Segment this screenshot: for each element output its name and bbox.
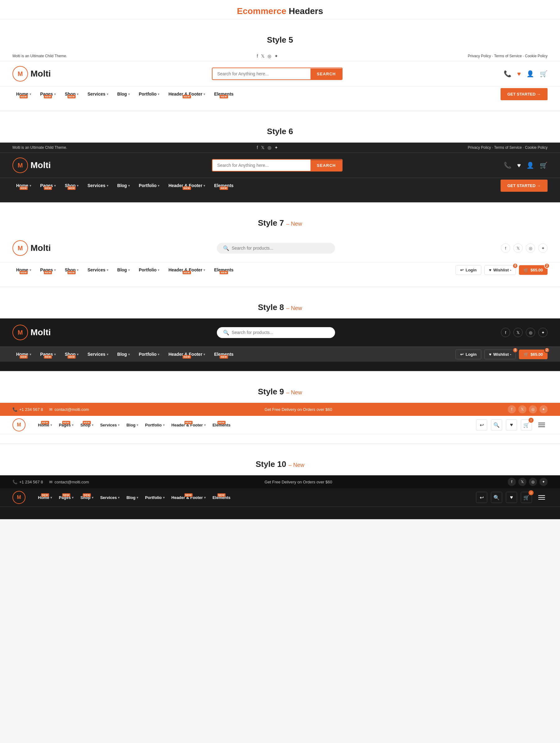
- nav7-blog[interactable]: Blog ▾: [113, 265, 134, 275]
- x-btn7[interactable]: 𝕏: [513, 244, 523, 253]
- x-icon[interactable]: 𝕏: [261, 53, 265, 58]
- cart-action10[interactable]: 🛒 2: [521, 492, 532, 503]
- wishlist-icon5[interactable]: ♥: [517, 70, 521, 78]
- login-btn8[interactable]: ↩ Login: [456, 350, 481, 359]
- nav5-pages[interactable]: Pages ▾NEW: [36, 89, 59, 99]
- cookie-link6[interactable]: Cookie Policy: [525, 145, 548, 150]
- nav9-portfolio[interactable]: Portfolio ▾: [142, 420, 168, 430]
- logo10[interactable]: M: [12, 491, 26, 504]
- phone-icon6[interactable]: 📞: [504, 162, 511, 169]
- ig-icon[interactable]: ◎: [268, 53, 271, 58]
- nav10-home[interactable]: Home ▾NEW: [35, 493, 55, 502]
- cart-btn8[interactable]: 🛒 $65.00 2: [519, 350, 548, 359]
- nav8-elements[interactable]: Elements NEW: [210, 349, 237, 359]
- nav10-services[interactable]: Services ▾: [97, 493, 123, 502]
- wishlist-action9[interactable]: ♥: [506, 419, 517, 431]
- nav7-home[interactable]: Home ▾NEW: [12, 265, 35, 275]
- nav6-portfolio[interactable]: Portfolio ▾: [135, 180, 163, 190]
- nav8-pages[interactable]: Pages ▾NEW: [36, 349, 59, 359]
- nav5-portfolio[interactable]: Portfolio ▾: [135, 89, 163, 99]
- search-action10[interactable]: 🔍: [491, 492, 502, 503]
- nav6-header-footer[interactable]: Header & Footer ▾NEW: [165, 180, 209, 190]
- x-icon6[interactable]: 𝕏: [261, 145, 265, 150]
- menu-icon10[interactable]: [536, 493, 548, 502]
- nav10-portfolio[interactable]: Portfolio ▾: [142, 493, 168, 502]
- nav9-blog[interactable]: Blog ▾: [123, 420, 141, 430]
- nav6-blog[interactable]: Blog ▾: [113, 180, 134, 190]
- terms-link[interactable]: Terms of Service: [494, 54, 522, 58]
- nav9-pages[interactable]: Pages ▾NEW: [56, 420, 77, 430]
- search-input7[interactable]: [232, 246, 329, 251]
- nav9-shop[interactable]: Shop ▾NEW: [77, 420, 96, 430]
- search-input5[interactable]: [213, 68, 311, 79]
- get-started-btn6[interactable]: GET STARTED →: [501, 180, 548, 192]
- logo7[interactable]: M Molti: [12, 240, 51, 256]
- search-input8[interactable]: [232, 330, 329, 335]
- nav7-portfolio[interactable]: Portfolio ▾: [135, 265, 163, 275]
- nav7-shop[interactable]: Shop ▾NEW: [61, 265, 82, 275]
- login-icon9[interactable]: ↩: [476, 419, 487, 431]
- account-icon6[interactable]: 👤: [526, 162, 534, 169]
- nav7-services[interactable]: Services ▾: [84, 265, 112, 275]
- account-icon5[interactable]: 👤: [526, 70, 534, 78]
- fb-icon6[interactable]: f: [256, 145, 258, 150]
- fb-btn7[interactable]: f: [501, 244, 510, 253]
- ig-btn7[interactable]: ◎: [526, 244, 535, 253]
- nav10-pages[interactable]: Pages ▾NEW: [56, 493, 77, 502]
- nav5-elements[interactable]: Elements NEW: [210, 89, 237, 99]
- wishlist-btn8[interactable]: ♥ Wishlist - 0: [484, 350, 516, 359]
- cart-icon6[interactable]: 🛒: [540, 162, 548, 169]
- phone-icon5[interactable]: 📞: [504, 70, 511, 78]
- login-icon10[interactable]: ↩: [476, 492, 487, 503]
- nav9-home[interactable]: Home ▾NEW: [35, 420, 55, 430]
- nav10-header-footer[interactable]: Header & Footer ▾NEW: [168, 493, 209, 502]
- nav5-shop[interactable]: Shop ▾NEW: [61, 89, 82, 99]
- x-btn9[interactable]: 𝕏: [518, 405, 526, 413]
- nav6-pages[interactable]: Pages ▾NEW: [36, 180, 59, 190]
- nav9-elements[interactable]: Elements NEW: [209, 420, 234, 430]
- nav6-elements[interactable]: Elements NEW: [210, 180, 237, 190]
- nav5-home[interactable]: Home ▾NEW: [12, 89, 35, 99]
- nav8-blog[interactable]: Blog ▾: [113, 349, 134, 359]
- fb-icon[interactable]: f: [256, 53, 258, 58]
- cookie-link[interactable]: Cookie Policy: [525, 54, 548, 58]
- nav8-shop[interactable]: Shop ▾NEW: [61, 349, 82, 359]
- get-started-btn5[interactable]: GET STARTED →: [501, 88, 548, 100]
- nav6-home[interactable]: Home ▾NEW: [12, 180, 35, 190]
- nav9-services[interactable]: Services ▾: [97, 420, 123, 430]
- nav7-header-footer[interactable]: Header & Footer ▾NEW: [165, 265, 209, 275]
- search-btn5[interactable]: SEARCH: [311, 69, 342, 79]
- web-icon[interactable]: ✦: [274, 53, 278, 58]
- search-action9[interactable]: 🔍: [491, 419, 502, 431]
- search-btn6[interactable]: SEARCH: [311, 160, 342, 171]
- ig-btn8[interactable]: ◎: [526, 328, 535, 337]
- nav5-header-footer[interactable]: Header & Footer ▾NEW: [165, 89, 209, 99]
- privacy-link[interactable]: Privacy Policy: [468, 54, 491, 58]
- nav5-blog[interactable]: Blog ▾: [113, 89, 134, 99]
- web-icon6[interactable]: ✦: [274, 145, 278, 150]
- nav10-blog[interactable]: Blog ▾: [123, 493, 141, 502]
- wishlist-action10[interactable]: ♥: [506, 492, 517, 503]
- cart-btn7[interactable]: 🛒 $65.00 2: [519, 265, 548, 275]
- web-btn7[interactable]: ✦: [538, 244, 548, 253]
- x-btn8[interactable]: 𝕏: [513, 328, 523, 337]
- logo6[interactable]: M Molti: [12, 158, 51, 173]
- fb-btn10[interactable]: f: [508, 478, 516, 486]
- nav6-services[interactable]: Services ▾: [84, 180, 112, 190]
- nav7-elements[interactable]: Elements NEW: [210, 265, 237, 275]
- cart-action9[interactable]: 🛒 2: [521, 419, 532, 431]
- nav5-services[interactable]: Services ▾: [84, 89, 112, 99]
- web-btn8[interactable]: ✦: [538, 328, 548, 337]
- logo8[interactable]: M Molti: [12, 325, 51, 340]
- search-input6[interactable]: [213, 160, 311, 171]
- nav10-shop[interactable]: Shop ▾NEW: [77, 493, 96, 502]
- terms-link6[interactable]: Terms of Service: [494, 145, 522, 150]
- nav8-home[interactable]: Home ▾NEW: [12, 349, 35, 359]
- nav8-header-footer[interactable]: Header & Footer ▾NEW: [165, 349, 209, 359]
- nav8-portfolio[interactable]: Portfolio ▾: [135, 349, 163, 359]
- wishlist-icon6[interactable]: ♥: [517, 162, 521, 169]
- nav7-pages[interactable]: Pages ▾NEW: [36, 265, 59, 275]
- cart-icon5[interactable]: 🛒: [540, 70, 548, 78]
- web-btn9[interactable]: ✦: [540, 405, 548, 413]
- menu-icon9[interactable]: [536, 420, 548, 430]
